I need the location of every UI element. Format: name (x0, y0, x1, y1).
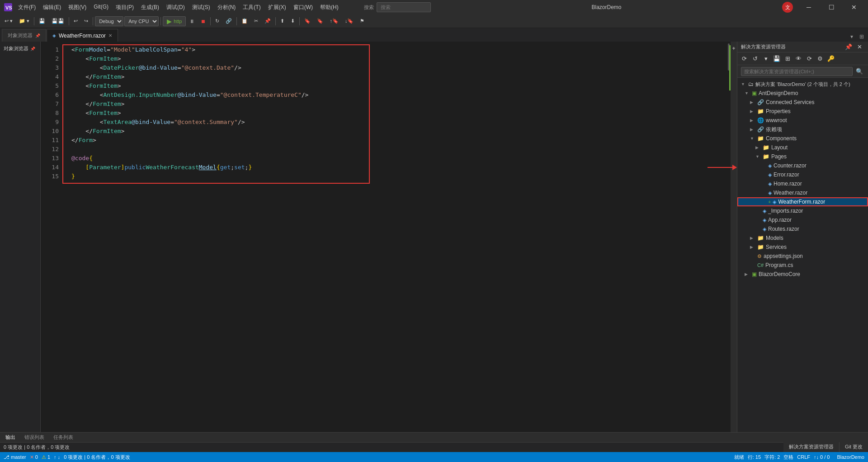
menu-view[interactable]: 视图(V) (65, 2, 90, 13)
close-panel-button[interactable]: ✕ (854, 42, 864, 52)
code-content[interactable]: <Form Model="Model" LabelColSpan="4"> <F… (62, 42, 724, 432)
toolbar-step2[interactable]: ⬇ (288, 17, 297, 25)
tree-properties[interactable]: ▶ 📁 Properties (737, 107, 868, 116)
solution-explorer-header: 解决方案资源管理器 📌 ✕ (737, 42, 868, 52)
pin-panel-button[interactable]: 📌 (844, 42, 854, 52)
menu-git[interactable]: Git(G) (90, 2, 112, 13)
menu-tools[interactable]: 工具(T) (239, 2, 264, 13)
error-count[interactable]: ✕ 0 (30, 454, 38, 460)
toolbar-misc4[interactable]: ⚑ (357, 17, 367, 25)
solution-explorer-tab[interactable]: 解决方案资源管理器 (783, 442, 840, 452)
tree-pages[interactable]: ▼ 📁 Pages (737, 152, 868, 161)
btab-tasklist[interactable]: 任务列表 (52, 433, 75, 442)
tree-error-razor[interactable]: ◈ Error.razor (737, 170, 868, 179)
toolbar-attach[interactable]: 🔗 (223, 17, 235, 25)
platform-dropdown[interactable]: Any CPU (124, 16, 159, 26)
toolbar-step[interactable]: ⬆ (278, 17, 287, 25)
tab-weatherform[interactable]: ◈ WeatherForm.razor ✕ (47, 29, 118, 42)
solution-explorer-toolbar: ⟳ ↺ ▾ 💾 ⊞ 👁 ⟳ ⚙ 🔑 (737, 52, 868, 65)
toolbar-misc1[interactable]: 📋 (239, 17, 250, 25)
menu-help[interactable]: 帮助(H) (316, 2, 342, 13)
tree-imports-razor[interactable]: ◈ _Imports.razor (737, 206, 868, 215)
tab-object-browser[interactable]: 对象浏览器 📌 (2, 29, 46, 42)
toolbar-save[interactable]: 💾 (36, 17, 48, 25)
tree-counter-razor[interactable]: ◈ Counter.razor (737, 161, 868, 170)
git-changes-tab[interactable]: Git 更改 (840, 442, 868, 452)
git-branch[interactable]: ⎇ master (4, 454, 26, 460)
menu-project[interactable]: 项目(P) (112, 2, 137, 13)
toolbar-bookmark3[interactable]: ↑🔖 (327, 17, 341, 25)
pause-button[interactable]: ⏸ (187, 18, 197, 25)
toolbar-bookmark[interactable]: 🔖 (302, 17, 313, 25)
tree-dependencies[interactable]: ▶ 🔗 依赖项 (737, 125, 868, 134)
toolbar-new[interactable]: ↩ ▾ (2, 17, 15, 25)
solution-tree[interactable]: ▼ 🗂 解决方案 'BlazorDemo' (2 个项目，共 2 个) ▼ ▣ … (737, 78, 868, 432)
btab-output[interactable]: 输出 (4, 433, 17, 442)
menu-build[interactable]: 生成(B) (137, 2, 163, 13)
tree-weather-razor[interactable]: ◈ Weather.razor (737, 188, 868, 197)
tree-app-razor[interactable]: ◈ App.razor (737, 215, 868, 224)
tab-list-button[interactable]: ▾ (847, 32, 856, 42)
search-icon[interactable]: 🔍 (854, 67, 864, 76)
toolbar-bookmark4[interactable]: ↓🔖 (342, 17, 357, 25)
status-right: 就绪 行: 15 字符: 2 空格 CRLF ↑↓ 0 / 0 BlazorDe… (734, 454, 864, 461)
menu-extensions[interactable]: 扩展(X) (264, 2, 290, 13)
tree-wwwroot[interactable]: ▶ 🌐 wwwroot (737, 116, 868, 125)
menu-analyze[interactable]: 分析(N) (214, 2, 240, 13)
tree-program-cs[interactable]: C# Program.cs (737, 261, 868, 270)
toolbar-refresh[interactable]: ↺ (750, 54, 760, 64)
menu-window[interactable]: 窗口(W) (290, 2, 316, 13)
toolbar-save-rp[interactable]: 💾 (772, 54, 782, 64)
tree-solution[interactable]: ▼ 🗂 解决方案 'BlazorDemo' (2 个项目，共 2 个) (737, 80, 868, 89)
maximize-button[interactable]: ☐ (821, 0, 842, 14)
tab-expand-button[interactable]: ⊞ (857, 32, 866, 42)
tree-services[interactable]: ▶ 📁 Services (737, 243, 868, 252)
btab-errorlist[interactable]: 错误列表 (23, 433, 46, 442)
tree-weatherform-razor[interactable]: + ◈ WeatherForm.razor (737, 197, 868, 206)
tree-layout[interactable]: ▶ 📁 Layout (737, 143, 868, 152)
toolbar-bookmark2[interactable]: 🔖 (314, 17, 326, 25)
tree-appsettings[interactable]: ⚙ appsettings.json (737, 252, 868, 261)
vertical-scrollbar[interactable] (724, 42, 731, 432)
toolbar-refresh2[interactable]: ⟳ (804, 54, 814, 64)
pin-icon-left[interactable]: 📌 (30, 47, 35, 51)
minimize-button[interactable]: ─ (798, 0, 819, 14)
toolbar-misc2[interactable]: ✂ (251, 17, 261, 25)
close-button[interactable]: ✕ (844, 0, 864, 14)
pin-icon[interactable]: 📌 (35, 33, 40, 38)
toolbar-open[interactable]: 📁 ▾ (16, 17, 32, 25)
toolbar-undo[interactable]: ↩ (71, 17, 80, 25)
run-button[interactable]: ▶ http (163, 16, 186, 26)
toolbar-show-all[interactable]: 👁 (793, 54, 803, 64)
warning-count[interactable]: ⚠ 1 (42, 454, 50, 460)
toolbar-redo[interactable]: ↪ (81, 17, 91, 25)
tree-connected-services[interactable]: ▶ 🔗 Connected Services (737, 98, 868, 107)
solution-search-panel: 🔍 (737, 65, 868, 78)
toolbar-misc3[interactable]: 📌 (262, 17, 274, 25)
solution-search-input[interactable] (741, 67, 853, 76)
tree-models[interactable]: ▶ 📁 Models (737, 233, 868, 243)
tree-home-razor[interactable]: ◈ Home.razor (737, 179, 868, 188)
tree-components[interactable]: ▼ 📁 Components (737, 134, 868, 143)
toolbar-new-rp[interactable]: ⊞ (783, 54, 793, 64)
toolbar-save-all[interactable]: 💾💾 (49, 17, 67, 25)
global-search[interactable] (377, 2, 431, 12)
toolbar-restart[interactable]: ↻ (212, 17, 222, 25)
debug-config-dropdown[interactable]: Debug (95, 16, 123, 26)
menu-debug[interactable]: 调试(D) (163, 2, 189, 13)
toolbar-key[interactable]: 🔑 (826, 54, 836, 64)
expand-collapse-btn[interactable]: + (732, 45, 735, 52)
tree-blazorcore[interactable]: ▶ ▣ BlazorDemoCore (737, 270, 868, 279)
toolbar-settings[interactable]: ⚙ (815, 54, 825, 64)
git-sync[interactable]: ↑↓ 0 / 0 (814, 454, 830, 460)
stop-button[interactable]: ⏹ (198, 18, 208, 25)
toolbar-arrow-down[interactable]: ▾ (761, 54, 771, 64)
menu-test[interactable]: 测试(S) (189, 2, 214, 13)
menu-file[interactable]: 文件(F) (14, 2, 39, 13)
toolbar-sync[interactable]: ⟳ (739, 54, 749, 64)
menu-edit[interactable]: 编辑(E) (39, 2, 65, 13)
tree-routes-razor[interactable]: ◈ Routes.razor (737, 224, 868, 233)
panel-divider[interactable]: + (731, 42, 737, 432)
tab-close-button[interactable]: ✕ (108, 33, 112, 38)
tree-project-antdesign[interactable]: ▼ ▣ AntDesignDemo (737, 89, 868, 98)
